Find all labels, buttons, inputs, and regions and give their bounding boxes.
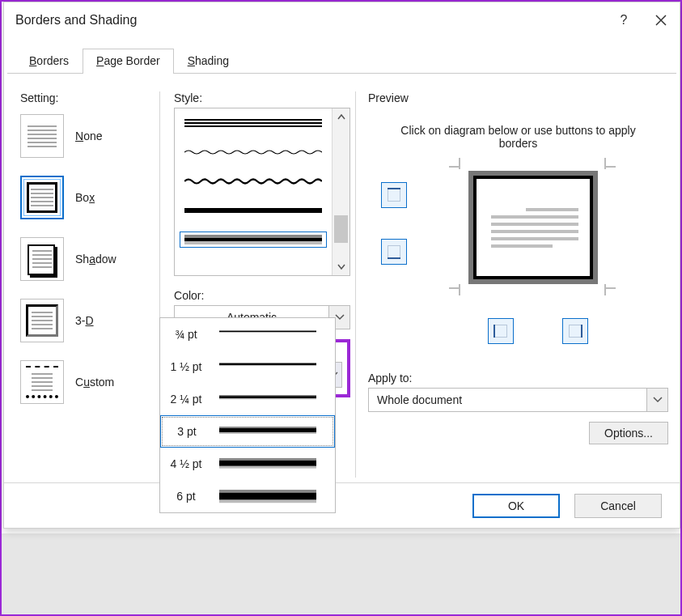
setting-3d[interactable]: 3-D bbox=[20, 299, 151, 342]
color-label: Color: bbox=[174, 289, 350, 302]
options-button[interactable]: Options... bbox=[589, 422, 668, 444]
width-option-preview-icon bbox=[212, 363, 335, 371]
width-option[interactable]: 3 pt bbox=[160, 415, 335, 448]
svg-rect-22 bbox=[219, 458, 316, 461]
apply-to-combo[interactable]: Whole document bbox=[368, 388, 668, 412]
setting-shadow-icon bbox=[20, 237, 64, 281]
dialog-title: Borders and Shading bbox=[15, 13, 137, 28]
svg-rect-6 bbox=[184, 241, 322, 244]
svg-rect-4 bbox=[184, 235, 322, 238]
width-option-label: 2 ¼ pt bbox=[160, 393, 212, 406]
svg-rect-5 bbox=[184, 238, 322, 241]
svg-rect-17 bbox=[219, 396, 316, 398]
style-listbox[interactable] bbox=[174, 108, 350, 276]
svg-rect-21 bbox=[219, 432, 316, 434]
width-option[interactable]: 1 ½ pt bbox=[160, 350, 335, 383]
setting-group: Setting: None Box bbox=[20, 91, 151, 404]
width-option-preview-icon bbox=[212, 395, 335, 404]
close-icon bbox=[655, 15, 667, 26]
svg-rect-26 bbox=[219, 492, 316, 499]
setting-shadow[interactable]: Shadow bbox=[20, 237, 151, 281]
width-option-label: 3 pt bbox=[161, 425, 213, 438]
preview-group: Preview Click on diagram below or use bu… bbox=[368, 91, 668, 444]
style-option-solid-thick[interactable] bbox=[180, 202, 327, 219]
width-option[interactable]: 6 pt bbox=[160, 480, 335, 512]
tab-borders[interactable]: Borders bbox=[15, 49, 83, 74]
width-option-preview-icon bbox=[213, 427, 334, 437]
apply-to-label: Apply to: bbox=[368, 372, 668, 384]
setting-none[interactable]: None bbox=[20, 114, 151, 158]
borders-shading-dialog: Borders and Shading ? Borders Page Borde… bbox=[3, 2, 680, 529]
setting-custom[interactable]: Custom bbox=[20, 360, 151, 404]
setting-box[interactable]: Box bbox=[20, 176, 151, 219]
ok-button[interactable]: OK bbox=[472, 494, 560, 518]
width-option[interactable]: 4 ½ pt bbox=[160, 448, 335, 480]
svg-rect-11 bbox=[219, 331, 316, 332]
svg-rect-19 bbox=[219, 427, 316, 428]
style-option-triple[interactable] bbox=[180, 115, 327, 131]
setting-label: Setting: bbox=[20, 91, 58, 104]
tab-page-border[interactable]: Page Border bbox=[83, 49, 174, 74]
preview-diagram bbox=[368, 163, 668, 325]
svg-rect-16 bbox=[219, 395, 316, 396]
border-right-button[interactable] bbox=[562, 318, 588, 344]
setting-custom-icon bbox=[20, 360, 64, 404]
svg-rect-25 bbox=[219, 490, 316, 493]
dialog-footer: OK Cancel bbox=[4, 482, 680, 528]
width-option-label: ¾ pt bbox=[160, 328, 212, 341]
preview-help-text: Click on diagram below or use buttons to… bbox=[384, 124, 652, 150]
svg-rect-18 bbox=[219, 398, 316, 399]
width-option-label: 6 pt bbox=[160, 490, 212, 503]
titlebar: Borders and Shading ? bbox=[4, 2, 680, 38]
border-bottom-button[interactable] bbox=[381, 239, 407, 265]
svg-rect-24 bbox=[219, 465, 316, 468]
setting-none-icon bbox=[20, 114, 64, 158]
preview-label: Preview bbox=[368, 91, 668, 104]
style-label: Style: bbox=[174, 91, 350, 104]
svg-rect-15 bbox=[219, 365, 316, 366]
svg-rect-27 bbox=[219, 499, 316, 503]
scroll-down-icon[interactable] bbox=[333, 257, 349, 275]
style-option-wave-thin[interactable] bbox=[180, 144, 327, 160]
border-left-button[interactable] bbox=[488, 318, 514, 344]
scroll-thumb[interactable] bbox=[334, 215, 348, 243]
width-option-preview-icon bbox=[212, 490, 335, 503]
setting-box-icon bbox=[20, 176, 64, 219]
svg-rect-13 bbox=[219, 363, 316, 363]
svg-rect-23 bbox=[219, 460, 316, 465]
apply-to-value: Whole document bbox=[369, 393, 646, 406]
preview-page[interactable] bbox=[468, 171, 598, 284]
svg-rect-14 bbox=[219, 363, 316, 365]
border-top-button[interactable] bbox=[381, 182, 407, 208]
tab-shading[interactable]: Shading bbox=[174, 49, 243, 74]
setting-3d-icon bbox=[20, 299, 64, 342]
width-option[interactable]: ¾ pt bbox=[160, 318, 335, 350]
width-option-preview-icon bbox=[212, 458, 335, 470]
width-option[interactable]: 2 ¼ pt bbox=[160, 383, 335, 415]
scroll-up-icon[interactable] bbox=[333, 108, 349, 126]
style-scrollbar[interactable] bbox=[332, 108, 349, 275]
style-option-wave-bold[interactable] bbox=[180, 173, 327, 189]
width-option-preview-icon bbox=[212, 330, 335, 338]
width-option-label: 4 ½ pt bbox=[160, 457, 212, 470]
svg-rect-10 bbox=[219, 330, 316, 331]
svg-rect-3 bbox=[184, 208, 322, 213]
width-option-label: 1 ½ pt bbox=[160, 360, 212, 373]
width-dropdown[interactable]: ¾ pt1 ½ pt2 ¼ pt3 pt4 ½ pt6 pt bbox=[159, 317, 336, 513]
svg-rect-20 bbox=[219, 428, 316, 432]
close-button[interactable] bbox=[642, 2, 680, 38]
help-button[interactable]: ? bbox=[605, 2, 642, 38]
tab-strip: Borders Page Border Shading bbox=[4, 48, 680, 73]
svg-rect-12 bbox=[219, 332, 316, 333]
chevron-down-icon[interactable] bbox=[646, 389, 667, 411]
cancel-button[interactable]: Cancel bbox=[574, 494, 662, 518]
style-option-emboss-bar[interactable] bbox=[180, 232, 327, 248]
